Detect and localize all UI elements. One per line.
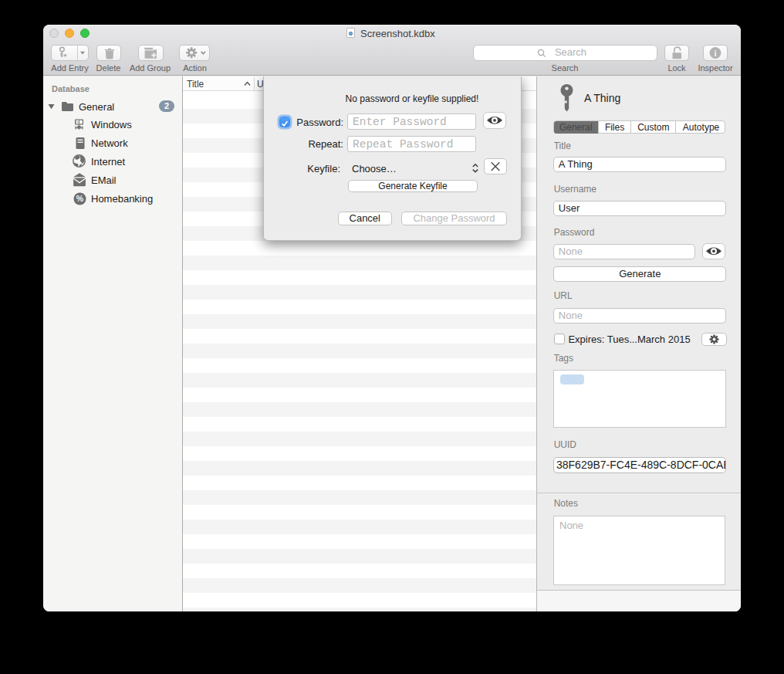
svg-text:i: i	[714, 48, 716, 57]
svg-text:%: %	[76, 194, 84, 203]
